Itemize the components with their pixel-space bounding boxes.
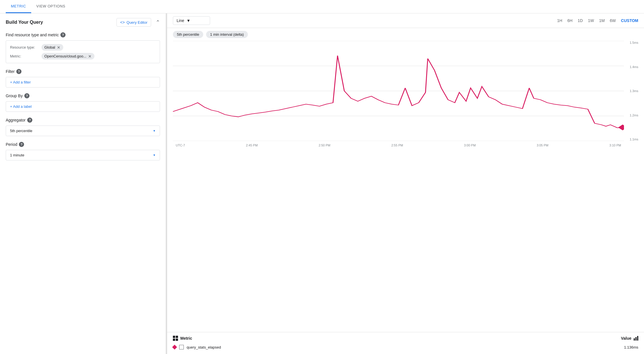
period-help-icon[interactable]: ? xyxy=(19,142,24,147)
y-label-2: 1.3ms xyxy=(630,89,638,93)
filter-help-icon[interactable]: ? xyxy=(16,69,21,74)
group-by-section: Group By ? + Add a label xyxy=(6,93,160,112)
chart-svg-wrapper xyxy=(173,41,624,141)
aggregator-value: 5th percentile xyxy=(10,129,32,133)
x-label-3: 2:55 PM xyxy=(391,144,403,147)
chart-toolbar: Line ▼ 1H 6H 1D 1W 1M 6W CUSTOM xyxy=(167,13,644,28)
find-resource-label: Find resource type and metric ? xyxy=(6,32,160,37)
time-btn-6w[interactable]: 6W xyxy=(610,18,616,23)
resource-box: Resource type: Global ✕ Metric: OpenCens… xyxy=(6,40,160,63)
group-by-help-icon[interactable]: ? xyxy=(24,93,29,98)
chart-area: 1.5ms 1.4ms 1.3ms 1.2ms 1.1ms UTC-7 2:45… xyxy=(167,41,644,332)
resource-type-label: Resource type: xyxy=(10,45,39,49)
period-value: 1 minute xyxy=(10,153,24,157)
time-btn-1w[interactable]: 1W xyxy=(588,18,594,23)
left-panel: Build Your Query <> Query Editor ⌃ Find … xyxy=(0,13,166,354)
metric-label: Metric: xyxy=(10,54,39,58)
collapse-button[interactable]: ⌃ xyxy=(156,19,160,25)
x-axis: UTC-7 2:45 PM 2:50 PM 2:55 PM 3:00 PM 3:… xyxy=(173,141,624,150)
legend-metric-col-label: Metric xyxy=(180,336,192,341)
filter-chip-interval[interactable]: 1 min interval (delta) xyxy=(206,31,248,38)
bar-cell-1 xyxy=(634,338,635,341)
metric-chip[interactable]: OpenCensus/cloud.goo... ✕ xyxy=(42,53,94,59)
filter-label: Filter ? xyxy=(6,69,160,74)
legend-value-0: 1.136ms xyxy=(624,345,638,349)
chart-container: 1.5ms 1.4ms 1.3ms 1.2ms 1.1ms UTC-7 2:45… xyxy=(173,41,638,150)
right-panel: Line ▼ 1H 6H 1D 1W 1M 6W CUSTOM 5th perc… xyxy=(167,13,644,354)
time-btn-6h[interactable]: 6H xyxy=(567,18,572,23)
chart-type-select[interactable]: Line ▼ xyxy=(173,16,210,25)
period-dropdown-arrow: ▼ xyxy=(153,154,156,157)
legend-metric-header: Metric xyxy=(173,336,192,341)
aggregator-dropdown-arrow: ▼ xyxy=(153,129,156,132)
bar-cell-3 xyxy=(637,336,638,341)
query-editor-button[interactable]: <> Query Editor xyxy=(116,18,151,27)
main-content: Build Your Query <> Query Editor ⌃ Find … xyxy=(0,13,644,354)
legend-section: Metric Value query_stats_elapsed xyxy=(167,332,644,354)
chart-filters: 5th percentile 1 min interval (delta) xyxy=(167,28,644,41)
aggregator-section: Aggregator ? 5th percentile ▼ xyxy=(6,118,160,136)
y-label-4: 1.1ms xyxy=(630,138,638,141)
y-label-1: 1.4ms xyxy=(630,65,638,69)
legend-row-0: query_stats_elapsed 1.136ms xyxy=(173,344,638,351)
svg-rect-5 xyxy=(618,124,624,130)
add-label-button[interactable]: + Add a label xyxy=(6,101,160,112)
aggregator-help-icon[interactable]: ? xyxy=(27,118,32,123)
add-filter-button[interactable]: + Add a filter xyxy=(6,77,160,87)
bar-cell-2 xyxy=(635,337,637,341)
time-btn-1m[interactable]: 1M xyxy=(599,18,605,23)
grid-cell-2 xyxy=(176,336,178,338)
x-label-6: 3:10 PM xyxy=(609,144,621,147)
grid-icon xyxy=(173,336,178,341)
resource-type-row: Resource type: Global ✕ xyxy=(10,44,156,51)
find-resource-section: Find resource type and metric ? Resource… xyxy=(6,32,160,63)
metric-chip-close[interactable]: ✕ xyxy=(88,54,92,58)
bars-icon[interactable] xyxy=(634,336,638,341)
resource-type-chip-close[interactable]: ✕ xyxy=(57,45,60,49)
y-label-3: 1.2ms xyxy=(630,114,638,117)
build-query-header: Build Your Query <> Query Editor ⌃ xyxy=(6,18,160,27)
x-label-2: 2:50 PM xyxy=(319,144,330,147)
time-btn-1d[interactable]: 1D xyxy=(578,18,583,23)
tab-view-options[interactable]: VIEW OPTIONS xyxy=(31,0,70,13)
x-label-4: 3:00 PM xyxy=(464,144,476,147)
filter-chip-percentile[interactable]: 5th percentile xyxy=(173,31,203,38)
chart-svg xyxy=(173,41,624,141)
query-editor-label: Query Editor xyxy=(127,20,147,25)
period-select[interactable]: 1 minute ▼ xyxy=(6,150,160,160)
grid-cell-3 xyxy=(173,339,175,341)
chart-type-arrow: ▼ xyxy=(186,18,190,23)
time-btn-1h[interactable]: 1H xyxy=(557,18,562,23)
grid-cell-1 xyxy=(173,336,175,338)
find-resource-help-icon[interactable]: ? xyxy=(60,32,66,37)
aggregator-label: Aggregator ? xyxy=(6,118,160,123)
period-section: Period ? 1 minute ▼ xyxy=(6,142,160,160)
legend-metric-name-0: query_stats_elapsed xyxy=(187,345,221,349)
x-label-5: 3:05 PM xyxy=(537,144,548,147)
time-range-buttons: 1H 6H 1D 1W 1M 6W CUSTOM xyxy=(557,18,638,23)
legend-square-icon xyxy=(179,345,184,349)
time-btn-custom[interactable]: CUSTOM xyxy=(621,18,638,23)
y-axis: 1.5ms 1.4ms 1.3ms 1.2ms 1.1ms xyxy=(624,41,638,141)
top-tabs: METRIC VIEW OPTIONS xyxy=(0,0,644,13)
tab-metric[interactable]: METRIC xyxy=(6,0,31,13)
legend-value-col-label: Value xyxy=(621,336,631,341)
y-label-0: 1.5ms xyxy=(630,41,638,44)
legend-diamond-icon xyxy=(172,345,177,350)
x-label-1: 2:45 PM xyxy=(246,144,258,147)
legend-row-left-0: query_stats_elapsed xyxy=(173,345,221,349)
resource-type-chip[interactable]: Global ✕ xyxy=(42,44,63,51)
code-icon: <> xyxy=(120,20,125,25)
group-by-label: Group By ? xyxy=(6,93,160,98)
filter-section: Filter ? + Add a filter xyxy=(6,69,160,87)
chart-type-label: Line xyxy=(177,18,184,23)
x-label-0: UTC-7 xyxy=(176,144,185,147)
period-label: Period ? xyxy=(6,142,160,147)
legend-value-header: Value xyxy=(621,336,638,341)
build-query-title: Build Your Query xyxy=(6,20,43,25)
legend-header: Metric Value xyxy=(173,336,638,341)
aggregator-select[interactable]: 5th percentile ▼ xyxy=(6,126,160,136)
grid-cell-4 xyxy=(176,339,178,341)
metric-row: Metric: OpenCensus/cloud.goo... ✕ xyxy=(10,53,156,59)
